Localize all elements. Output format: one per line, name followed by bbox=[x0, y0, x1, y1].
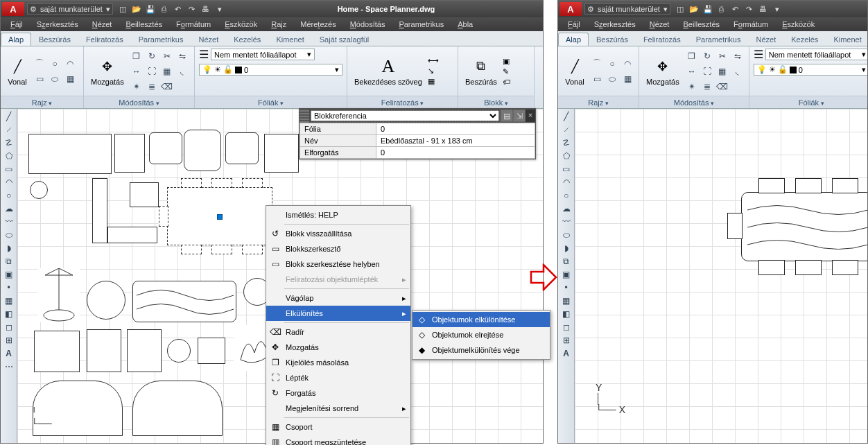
polyline-icon[interactable]: ⌒ bbox=[590, 57, 604, 71]
tb-region-icon[interactable]: ◻ bbox=[2, 321, 16, 333]
ribbon-tab[interactable]: Kimenet bbox=[826, 33, 868, 46]
ribbon-tab-alap[interactable]: Alap bbox=[558, 33, 589, 46]
ctx-item[interactable]: ▦Csoport bbox=[266, 419, 410, 435]
scale-icon[interactable]: ⛶ bbox=[145, 64, 159, 78]
tb-rect-icon[interactable]: ▭ bbox=[2, 163, 16, 175]
panel-title-modify[interactable]: Módosítás bbox=[639, 96, 749, 108]
menu-item[interactable]: Fájl bbox=[561, 19, 587, 30]
qat-open-icon[interactable]: 📂 bbox=[688, 3, 700, 15]
menu-item[interactable]: Abla bbox=[451, 19, 480, 30]
menu-item[interactable]: Parametrikus bbox=[392, 19, 451, 30]
tb-xline-icon[interactable]: ⟋ bbox=[2, 123, 16, 136]
fillet-icon[interactable]: ◟ bbox=[175, 64, 189, 78]
scale-icon[interactable]: ⛶ bbox=[700, 64, 714, 78]
ctx-isolate[interactable]: Elkülönítés▸ bbox=[266, 306, 410, 321]
tb-block-icon[interactable]: ▣ bbox=[559, 268, 573, 281]
mirror-icon[interactable]: ⇋ bbox=[175, 49, 189, 63]
qat-undo-icon[interactable]: ↶ bbox=[730, 3, 741, 15]
menu-item[interactable]: Beillesztés bbox=[676, 19, 727, 30]
tb-spline-icon[interactable]: 〰 bbox=[559, 216, 573, 228]
move-button[interactable]: ✥Mozgatás bbox=[88, 55, 127, 87]
ribbon-tab[interactable]: Saját szalagfül bbox=[312, 33, 377, 46]
tb-line-icon[interactable]: ╱ bbox=[2, 110, 16, 123]
tb-circle-icon[interactable]: ○ bbox=[2, 189, 16, 202]
fillet-icon[interactable]: ◟ bbox=[731, 64, 745, 78]
ctx-item[interactable]: ❐Kijelölés másolása bbox=[266, 355, 410, 370]
menu-item[interactable]: Eszközök bbox=[775, 19, 822, 30]
panel-title-draw[interactable]: Rajz bbox=[1, 96, 83, 108]
ribbon-tab[interactable]: Kezelés bbox=[226, 33, 268, 46]
circle-icon[interactable]: ○ bbox=[605, 57, 619, 71]
app-logo[interactable]: A bbox=[2, 2, 24, 16]
trim-icon[interactable]: ✂ bbox=[715, 49, 729, 63]
tb-revcloud-icon[interactable]: ☁ bbox=[559, 202, 573, 215]
ctx-item[interactable]: ▥Csoport megszüntetése bbox=[266, 435, 410, 445]
menu-item[interactable]: Nézet bbox=[643, 19, 677, 30]
line-button[interactable]: ╱Vonal bbox=[5, 55, 30, 87]
erase-icon[interactable]: ⌫ bbox=[715, 80, 729, 94]
app-logo[interactable]: A bbox=[559, 2, 582, 16]
menu-item[interactable]: Módosítás bbox=[343, 19, 392, 30]
tb-gradient-icon[interactable]: ◧ bbox=[559, 308, 573, 320]
ctx-item[interactable]: ↻Forgatás bbox=[266, 385, 410, 401]
menu-item[interactable]: Szerkesztés bbox=[30, 19, 85, 30]
copy-icon[interactable]: ❐ bbox=[130, 49, 144, 63]
ctx-sub-item[interactable]: ◆Objektumelkülönítés vége bbox=[413, 342, 550, 358]
tb-hatch-icon[interactable]: ▦ bbox=[2, 295, 16, 307]
menu-item[interactable]: Rajz bbox=[264, 19, 293, 30]
ctx-item[interactable]: ⛶Lépték bbox=[266, 370, 410, 385]
ribbon-tab[interactable]: Kimenet bbox=[268, 33, 311, 46]
menu-item[interactable]: Nézet bbox=[85, 19, 119, 30]
qat-redo-icon[interactable]: ↷ bbox=[744, 3, 755, 15]
context-menu[interactable]: Ismétlés: HELP ↺Blokk visszaállítása ▭Bl… bbox=[266, 205, 411, 445]
tb-arc-icon[interactable]: ◠ bbox=[559, 176, 573, 189]
panel-title-layers[interactable]: Fóliák bbox=[195, 96, 347, 108]
text-button[interactable]: ABekezdéses szöveg bbox=[351, 55, 425, 87]
menu-item[interactable]: Eszközök bbox=[218, 19, 264, 30]
properties-palette[interactable]: Blokkreferencia ▤ ⇲ × Fólia0 NévEbédlőas… bbox=[299, 108, 536, 159]
edit-block-icon[interactable]: ✎ bbox=[503, 67, 510, 76]
isolated-table[interactable] bbox=[741, 192, 868, 261]
create-block-icon[interactable]: ▣ bbox=[503, 57, 510, 66]
rotate-icon[interactable]: ↻ bbox=[145, 49, 159, 63]
ribbon-tab[interactable]: Feliratozás bbox=[636, 33, 688, 46]
tb-mtext-icon[interactable]: A bbox=[2, 347, 16, 360]
offset-icon[interactable]: ≣ bbox=[145, 80, 159, 94]
prop-value[interactable]: Ebédlőasztal - 91 x 183 cm bbox=[376, 135, 535, 147]
arc-icon[interactable]: ◠ bbox=[620, 57, 634, 71]
tb-xline-icon[interactable]: ⟋ bbox=[559, 123, 573, 136]
menu-item[interactable]: Szerkesztés bbox=[587, 19, 643, 30]
tb-insert-icon[interactable]: ⧉ bbox=[559, 255, 573, 268]
ribbon-tab[interactable]: Beszúrás bbox=[589, 33, 636, 46]
polyline-icon[interactable]: ⌒ bbox=[33, 57, 46, 71]
tb-hatch-icon[interactable]: ▦ bbox=[559, 295, 573, 307]
prop-value[interactable]: 0 bbox=[376, 147, 535, 159]
erase-icon[interactable]: ⌫ bbox=[160, 80, 174, 94]
prop-value[interactable]: 0 bbox=[376, 123, 535, 135]
insert-button[interactable]: ⧉Beszúrás bbox=[462, 55, 500, 87]
menu-item[interactable]: Formátum bbox=[727, 19, 775, 30]
ribbon-tab[interactable]: Nézet bbox=[748, 33, 783, 46]
layer-current-dropdown[interactable]: 💡 ☀ 🔓 0 bbox=[199, 64, 342, 76]
qat-more-icon[interactable]: ▾ bbox=[214, 3, 225, 15]
menu-item[interactable]: Fájl bbox=[3, 19, 30, 30]
qat-redo-icon[interactable]: ↷ bbox=[186, 3, 198, 15]
qat-undo-icon[interactable]: ↶ bbox=[173, 3, 184, 15]
ctx-item[interactable]: ▭Blokk szerkesztése helyben bbox=[266, 256, 410, 272]
table-icon[interactable]: ▦ bbox=[428, 77, 439, 86]
selection-grip[interactable] bbox=[217, 214, 223, 220]
workspace-dropdown[interactable]: saját munkaterület bbox=[584, 3, 670, 15]
ctx-item[interactable]: ▭Blokkszerkesztő bbox=[266, 241, 410, 256]
rect-icon[interactable]: ▭ bbox=[590, 72, 604, 86]
tb-insert-icon[interactable]: ⧉ bbox=[2, 255, 16, 268]
array-icon[interactable]: ▦ bbox=[715, 64, 729, 78]
stretch-icon[interactable]: ↔ bbox=[130, 64, 144, 78]
qat-saveas-icon[interactable]: ⎙ bbox=[159, 3, 170, 15]
qat-more-icon[interactable]: ▾ bbox=[772, 3, 783, 15]
menu-item[interactable]: Méretezés bbox=[293, 19, 342, 30]
hatch-icon[interactable]: ▦ bbox=[620, 72, 634, 86]
qat-new-icon[interactable]: ◫ bbox=[675, 3, 686, 15]
qat-new-icon[interactable]: ◫ bbox=[117, 3, 128, 15]
tb-ellipse-icon[interactable]: ⬭ bbox=[559, 229, 573, 241]
stretch-icon[interactable]: ↔ bbox=[685, 64, 699, 78]
